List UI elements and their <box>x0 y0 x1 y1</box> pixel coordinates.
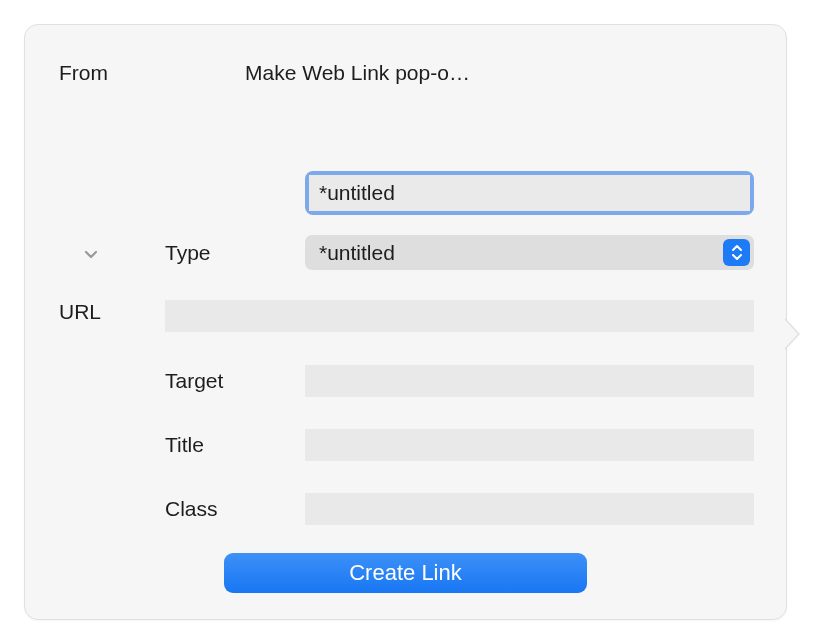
type-select-value: *untitled <box>319 241 395 265</box>
create-link-popover: From Make Web Link pop-o… Type <box>24 24 787 620</box>
url-label: URL <box>59 300 101 323</box>
class-input[interactable] <box>305 493 754 525</box>
from-value: Make Web Link pop-o… <box>245 61 470 84</box>
chevron-down-icon[interactable] <box>81 244 101 264</box>
title-label: Title <box>165 433 204 456</box>
from-label: From <box>59 61 108 84</box>
type-label: Type <box>165 241 211 264</box>
url-input[interactable] <box>165 300 754 332</box>
select-arrows-icon <box>723 239 750 266</box>
class-label: Class <box>165 497 218 520</box>
title-input[interactable] <box>305 429 754 461</box>
create-link-button[interactable]: Create Link <box>224 553 587 593</box>
target-label: Target <box>165 369 223 392</box>
name-input[interactable] <box>309 175 750 211</box>
name-input-focus-ring <box>305 171 754 215</box>
type-select[interactable]: *untitled <box>305 235 754 270</box>
target-input[interactable] <box>305 365 754 397</box>
